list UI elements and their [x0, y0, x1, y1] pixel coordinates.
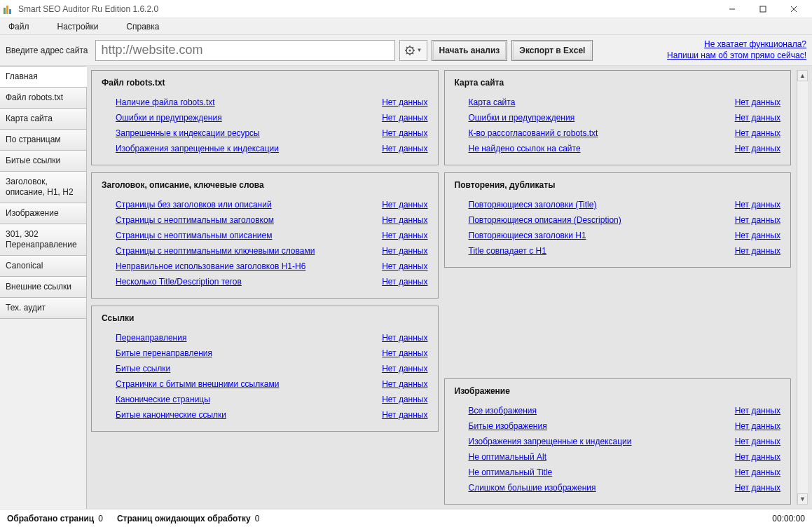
panel-title: Изображение	[455, 386, 781, 396]
link-item[interactable]: Повторяющиеся заголовки H1	[469, 231, 586, 240]
link-nodata[interactable]: Нет данных	[735, 437, 780, 446]
main-content: Файл robots.txt Наличие файла robots.txt…	[87, 66, 812, 509]
tab-robots[interactable]: Файл robots.txt	[0, 87, 87, 109]
link-item[interactable]: Страницы с неоптимальным заголовком	[116, 215, 274, 225]
link-nodata[interactable]: Нет данных	[382, 410, 427, 420]
link-item[interactable]: Все изображения	[469, 406, 537, 416]
settings-button[interactable]: ▼	[399, 40, 427, 61]
promo-link-1[interactable]: Не хватает функционала?	[667, 39, 806, 50]
tab-external-links[interactable]: Внешние ссылки	[0, 276, 87, 298]
link-item[interactable]: Канонические страницы	[116, 395, 210, 404]
link-nodata[interactable]: Нет данных	[382, 200, 427, 210]
tab-main[interactable]: Главная	[0, 66, 87, 88]
menu-settings[interactable]: Настройки	[57, 22, 99, 32]
link-nodata[interactable]: Нет данных	[735, 483, 780, 493]
vertical-scrollbar[interactable]: ▲ ▼	[797, 70, 808, 505]
tab-broken-links[interactable]: Битые ссылки	[0, 150, 87, 172]
link-nodata[interactable]: Нет данных	[382, 348, 427, 358]
link-item[interactable]: Страницы с неоптимальными ключевыми слов…	[116, 246, 315, 256]
link-item[interactable]: Изображения запрещенные к индексации	[116, 144, 279, 153]
link-nodata[interactable]: Нет данных	[382, 379, 427, 389]
link-item[interactable]: К-во рассогласований с robots.txt	[469, 128, 598, 138]
panel-title: Заголовок, описание, ключевые слова	[102, 180, 428, 190]
scroll-down-icon[interactable]: ▼	[797, 493, 808, 505]
url-input[interactable]	[95, 40, 395, 61]
export-excel-button[interactable]: Экспорт в Excel	[511, 40, 593, 61]
link-item[interactable]: Ошибки и предупреждения	[116, 113, 222, 123]
menubar: Файл Настройки Справка	[0, 18, 812, 35]
link-nodata[interactable]: Нет данных	[382, 215, 427, 225]
menu-file[interactable]: Файл	[8, 22, 29, 32]
link-nodata[interactable]: Нет данных	[735, 467, 780, 477]
scroll-up-icon[interactable]: ▲	[797, 70, 808, 81]
link-nodata[interactable]: Нет данных	[382, 395, 427, 404]
toolbar: Введите адрес сайта ▼ Начать анализ Эксп…	[0, 35, 812, 66]
link-nodata[interactable]: Нет данных	[735, 200, 780, 210]
link-nodata[interactable]: Нет данных	[382, 113, 427, 123]
link-item[interactable]: Несколько Title/Description тегов	[116, 277, 242, 287]
svg-rect-2	[9, 9, 11, 14]
link-item[interactable]: Перенаправления	[116, 333, 186, 343]
link-item[interactable]: Не оптимальный Alt	[469, 452, 547, 462]
panel-sitemap: Карта сайта Карта сайтаНет данных Ошибки…	[444, 70, 792, 165]
link-nodata[interactable]: Нет данных	[382, 231, 427, 240]
link-nodata[interactable]: Нет данных	[735, 144, 780, 153]
link-nodata[interactable]: Нет данных	[735, 215, 780, 225]
tab-redirects[interactable]: 301, 302 Перенаправление	[0, 224, 87, 256]
statusbar: Обработано страниц 0 Страниц ожидающих о…	[0, 509, 812, 527]
promo-link-2[interactable]: Напиши нам об этом прямо сейчас!	[667, 50, 806, 62]
link-nodata[interactable]: Нет данных	[382, 364, 427, 374]
link-item[interactable]: Слишком большие изображения	[469, 483, 596, 493]
link-item[interactable]: Не оптимальный Title	[469, 467, 553, 477]
link-nodata[interactable]: Нет данных	[735, 421, 780, 431]
link-nodata[interactable]: Нет данных	[735, 406, 780, 416]
panel-links: Ссылки ПеренаправленияНет данных Битые п…	[91, 306, 439, 432]
link-nodata[interactable]: Нет данных	[382, 333, 427, 343]
panel-title: Повторения, дубликаты	[455, 180, 781, 190]
link-item[interactable]: Изображения запрещенные к индексации	[469, 437, 632, 446]
link-item[interactable]: Битые изображения	[469, 421, 547, 431]
start-analysis-button[interactable]: Начать анализ	[432, 40, 508, 61]
link-item[interactable]: Страницы с неоптимальным описанием	[116, 231, 273, 240]
link-nodata[interactable]: Нет данных	[382, 277, 427, 287]
link-nodata[interactable]: Нет данных	[735, 452, 780, 462]
url-label: Введите адрес сайта	[6, 46, 88, 55]
link-item[interactable]: Неправильное использование заголовков H1…	[116, 261, 305, 271]
link-item[interactable]: Повторяющиеся заголовки (Title)	[469, 200, 597, 210]
status-pending-value: 0	[255, 514, 260, 523]
link-nodata[interactable]: Нет данных	[735, 113, 780, 123]
link-item[interactable]: Страницы без заголовков или описаний	[116, 200, 272, 210]
link-item[interactable]: Повторяющиеся описания (Description)	[469, 215, 621, 225]
window-minimize-button[interactable]	[717, 1, 748, 18]
link-nodata[interactable]: Нет данных	[382, 144, 427, 153]
link-item[interactable]: Карта сайта	[469, 97, 516, 107]
status-pending-label: Страниц ожидающих обработку	[117, 514, 251, 523]
panel-titles: Заголовок, описание, ключевые слова Стра…	[91, 172, 439, 299]
link-nodata[interactable]: Нет данных	[382, 261, 427, 271]
window-close-button[interactable]	[778, 1, 809, 18]
link-item[interactable]: Наличие файла robots.txt	[116, 97, 215, 107]
link-nodata[interactable]: Нет данных	[382, 246, 427, 256]
link-nodata[interactable]: Нет данных	[735, 246, 780, 256]
tab-sitemap[interactable]: Карта сайта	[0, 108, 87, 130]
tab-canonical[interactable]: Canonical	[0, 255, 87, 277]
tab-pages[interactable]: По страницам	[0, 129, 87, 151]
link-nodata[interactable]: Нет данных	[735, 231, 780, 240]
link-item[interactable]: Запрешенные к индексации ресурсы	[116, 128, 260, 138]
link-item[interactable]: Ошибки и предупреждения	[469, 113, 575, 123]
link-item[interactable]: Битые перенаправления	[116, 348, 212, 358]
link-nodata[interactable]: Нет данных	[382, 97, 427, 107]
link-item[interactable]: Странички с битыми внешними ссылками	[116, 379, 279, 389]
menu-help[interactable]: Справка	[126, 22, 159, 32]
link-item[interactable]: Битые ссылки	[116, 364, 170, 374]
window-maximize-button[interactable]	[748, 1, 778, 18]
link-item[interactable]: Не найдено ссылок на сайте	[469, 144, 581, 153]
link-nodata[interactable]: Нет данных	[382, 128, 427, 138]
tab-headings[interactable]: Заголовок, описание, H1, H2	[0, 171, 87, 203]
tab-images[interactable]: Изображение	[0, 203, 87, 224]
link-item[interactable]: Title совпадает с H1	[469, 246, 546, 256]
tab-tech-audit[interactable]: Тех. аудит	[0, 297, 87, 319]
link-item[interactable]: Битые канонические ссылки	[116, 410, 226, 420]
link-nodata[interactable]: Нет данных	[735, 128, 780, 138]
link-nodata[interactable]: Нет данных	[735, 97, 780, 107]
